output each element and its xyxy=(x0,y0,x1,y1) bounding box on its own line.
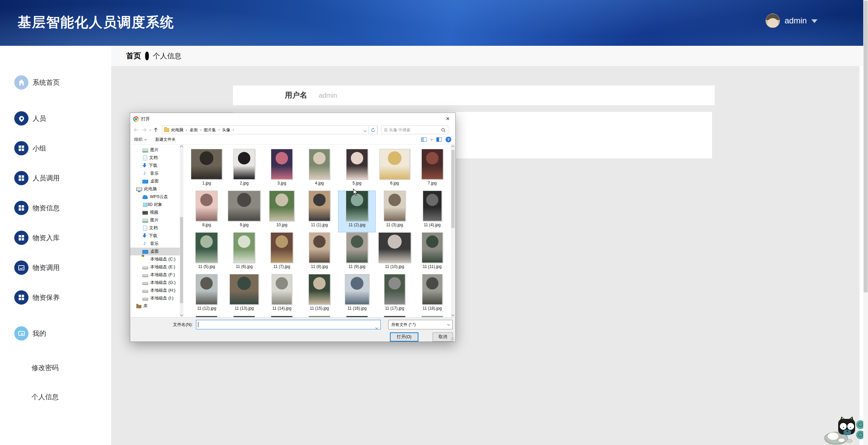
file-item[interactable]: 11 (4).jpg xyxy=(413,191,451,232)
address-chevron-icon[interactable] xyxy=(364,127,366,133)
tree-item[interactable]: WPS云盘 xyxy=(130,193,180,201)
forward-icon[interactable] xyxy=(141,128,147,132)
resize-grip[interactable] xyxy=(451,337,454,341)
tree-item[interactable]: 文档 xyxy=(130,224,180,232)
tree-item[interactable]: 桌面 xyxy=(130,177,180,185)
tree-scrollbar[interactable] xyxy=(180,144,183,317)
tree-item[interactable]: 本地磁盘 (E:) xyxy=(130,263,180,271)
file-item[interactable]: 11 (10).jpg xyxy=(376,232,413,274)
file-item[interactable]: 3.jpg xyxy=(263,149,301,191)
address-crumb[interactable]: 桌面 xyxy=(190,127,198,133)
file-item[interactable]: 9.jpg xyxy=(225,191,263,232)
sidebar-item-material-inbound[interactable]: 物资入库 xyxy=(0,223,111,253)
file-item[interactable]: 6.jpg xyxy=(376,149,413,191)
user-menu[interactable]: admin xyxy=(766,14,817,28)
file-item[interactable]: 11 (15).jpg xyxy=(301,274,338,316)
tree-item[interactable]: 本地磁盘 (C:) xyxy=(130,255,180,263)
filename-chevron-icon[interactable] xyxy=(376,324,378,330)
close-icon[interactable]: × xyxy=(440,113,455,124)
history-chevron-icon[interactable] xyxy=(149,130,151,131)
address-crumbs[interactable]: 此电脑›桌面›图片集›头像› xyxy=(171,127,364,133)
tree-item[interactable]: 音乐 xyxy=(130,240,180,248)
file-item[interactable]: 11 (18).jpg xyxy=(413,274,451,316)
open-button[interactable]: 打开(O) xyxy=(390,332,418,342)
address-crumb[interactable]: 头像 xyxy=(222,127,230,133)
tree-item[interactable]: 库 xyxy=(130,302,180,310)
tree-item[interactable]: 视频 xyxy=(130,209,180,216)
up-icon[interactable] xyxy=(154,128,158,132)
file-item[interactable]: 2.jpg xyxy=(225,149,263,191)
tree-item[interactable]: 下载 xyxy=(130,162,180,170)
file-item[interactable]: 11 (5).jpg xyxy=(188,232,225,274)
tree-item[interactable]: 本地磁盘 (G:) xyxy=(130,279,180,287)
sidebar-item-material-dispatch[interactable]: 物资调用 xyxy=(0,253,111,283)
tree-item[interactable]: 3D 对象 xyxy=(130,201,180,209)
sidebar-subitem-profile[interactable]: 个人信息 xyxy=(0,382,111,411)
help-icon[interactable]: ? xyxy=(446,137,451,142)
sidebar-item-home[interactable]: 系统首页 xyxy=(0,67,111,97)
scroll-up-icon[interactable] xyxy=(180,146,183,149)
username-input[interactable]: admin xyxy=(319,92,337,99)
address-crumb[interactable]: 图片集 xyxy=(204,127,216,133)
search-input[interactable]: 在 头像 中搜索 xyxy=(381,125,448,134)
file-item[interactable]: 8.jpg xyxy=(188,191,225,232)
file-item[interactable]: 11 (14).jpg xyxy=(263,274,301,316)
refresh-icon[interactable] xyxy=(369,125,377,134)
address-crumb[interactable]: 此电脑 xyxy=(171,127,183,133)
scroll-down-icon[interactable] xyxy=(451,313,455,316)
tree-item[interactable]: 此电脑 xyxy=(130,185,180,193)
organize-button[interactable]: 组织 xyxy=(134,137,146,142)
cancel-button[interactable]: 取消 xyxy=(433,332,453,342)
tree-item[interactable]: 图片 xyxy=(130,216,180,224)
page-scrollbar[interactable] xyxy=(863,0,868,445)
file-item[interactable]: 10.jpg xyxy=(263,191,301,232)
tree-item[interactable]: 文档 xyxy=(130,154,180,162)
tree-item[interactable]: 本地磁盘 (H:) xyxy=(130,287,180,294)
sidebar-item-mine[interactable]: 我的 xyxy=(0,318,111,348)
address-bar[interactable]: 此电脑›桌面›图片集›头像› xyxy=(162,125,378,134)
file-item[interactable]: 11 (8).jpg xyxy=(301,232,338,274)
new-folder-button[interactable]: 新建文件夹 xyxy=(155,137,176,142)
dialog-titlebar[interactable]: 打开 × xyxy=(130,113,455,125)
file-item[interactable]: 11 (6).jpg xyxy=(225,232,263,274)
filename-input[interactable] xyxy=(196,320,381,329)
tree-item[interactable]: 图片 xyxy=(130,146,180,154)
sidebar-item-personnel-dispatch[interactable]: 人员调用 xyxy=(0,163,111,193)
sidebar-item-group[interactable]: 小组 xyxy=(0,133,111,163)
preview-pane-icon[interactable] xyxy=(436,137,442,142)
sidebar-item-personnel[interactable]: 人员 xyxy=(0,103,111,133)
tree-item[interactable]: 本地磁盘 (I:) xyxy=(130,294,180,302)
sidebar-subitem-change-password[interactable]: 修改密码 xyxy=(0,353,111,382)
file-item[interactable]: 11 (3).jpg xyxy=(376,191,413,232)
tree-item[interactable]: 本地磁盘 (F:) xyxy=(130,271,180,279)
file-item[interactable]: 11 (2).jpg xyxy=(338,191,376,232)
file-item[interactable]: 5.jpg xyxy=(338,149,376,191)
file-item[interactable]: 4.jpg xyxy=(301,149,338,191)
tree-item[interactable]: 音乐 xyxy=(130,170,180,177)
file-item[interactable]: 11 (16).jpg xyxy=(338,274,376,316)
file-item[interactable]: 1.jpg xyxy=(188,149,225,191)
file-item[interactable]: 11 (11).jpg xyxy=(413,232,451,274)
user-avatar[interactable] xyxy=(766,14,780,28)
sidebar-item-material-info[interactable]: 物资信息 xyxy=(0,193,111,223)
change-view-icon[interactable] xyxy=(421,137,427,142)
file-item[interactable]: 11 (1).jpg xyxy=(301,191,338,232)
filetype-select[interactable]: 所有文件 (*.*) xyxy=(388,320,453,329)
sidebar-item-material-maintain[interactable]: 物资保养 xyxy=(0,283,111,312)
scroll-up-icon[interactable] xyxy=(451,146,455,149)
file-item[interactable]: 7.jpg xyxy=(413,149,451,191)
breadcrumb-home[interactable]: 首页 xyxy=(126,51,141,61)
grid-scrollbar[interactable] xyxy=(451,144,455,317)
cat-mascot[interactable] xyxy=(824,414,863,445)
views-chevron-icon[interactable] xyxy=(430,138,433,140)
tree-item[interactable]: 下载 xyxy=(130,232,180,240)
file-item[interactable]: 11 (13).jpg xyxy=(225,274,263,316)
tree-item[interactable]: 桌面 xyxy=(130,248,180,255)
back-icon[interactable] xyxy=(134,128,139,132)
file-item[interactable]: 11 (12).jpg xyxy=(188,274,225,316)
file-item[interactable]: 11 (17).jpg xyxy=(376,274,413,316)
scroll-down-icon[interactable] xyxy=(180,313,183,316)
file-item[interactable]: 11 (7).jpg xyxy=(263,232,301,274)
file-item[interactable]: 11 (9).jpg xyxy=(338,232,376,274)
cube-icon xyxy=(143,203,147,207)
